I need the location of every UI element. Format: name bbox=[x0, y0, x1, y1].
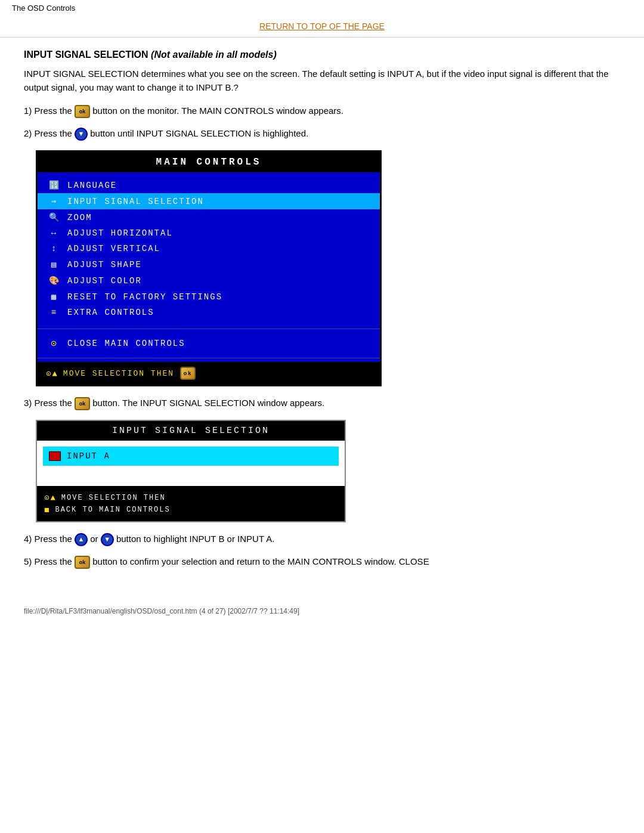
shape-icon: ▤ bbox=[46, 259, 63, 270]
zoom-label: ZOOM bbox=[67, 213, 92, 222]
step-1: 1) Press the ok button on the monitor. T… bbox=[24, 104, 620, 118]
iss-move-label: MOVE SELECTION THEN bbox=[61, 494, 166, 502]
shape-label: ADJUST SHAPE bbox=[67, 260, 142, 270]
step-5: 5) Press the ok button to confirm your s… bbox=[24, 555, 620, 569]
step5-text: 5) Press the bbox=[24, 556, 72, 566]
move-label: MOVE SELECTION THEN bbox=[63, 369, 174, 378]
up-button-icon: ▲ bbox=[75, 533, 88, 546]
close-label: CLOSE MAIN CONTROLS bbox=[67, 339, 185, 348]
title-bold: INPUT SIGNAL SELECTION bbox=[24, 49, 148, 60]
ok-button-icon-3: ok bbox=[75, 556, 90, 569]
step4-text-c: button to highlight INPUT B or INPUT A. bbox=[114, 534, 275, 544]
iss-spacer bbox=[43, 466, 339, 480]
step2-text-b: button until INPUT SIGNAL SELECTION is h… bbox=[90, 128, 308, 138]
vertical-label: ADJUST VERTICAL bbox=[67, 244, 160, 253]
back-icon: ◼ bbox=[44, 504, 50, 515]
iss-item-input-a: INPUT A bbox=[43, 447, 339, 466]
horizontal-icon: ↔ bbox=[46, 228, 63, 238]
reset-label: RESET TO FACTORY SETTINGS bbox=[67, 292, 222, 302]
iss-body: INPUT A bbox=[37, 441, 345, 486]
input-signal-icon: ⇒ bbox=[46, 196, 63, 206]
step1-text-b: button on the monitor. The MAIN CONTROLS… bbox=[92, 106, 343, 116]
osd-close-section: ⊙ CLOSE MAIN CONTROLS bbox=[38, 333, 380, 354]
osd-divider bbox=[38, 329, 380, 329]
osd-item-horizontal: ↔ ADJUST HORIZONTAL bbox=[38, 225, 380, 241]
extra-label: EXTRA CONTROLS bbox=[67, 308, 154, 317]
vertical-icon: ↕ bbox=[46, 244, 63, 253]
zoom-icon: 🔍 bbox=[46, 212, 63, 222]
iss-bottom-bar: ⊙▲ MOVE SELECTION THEN ◼ BACK TO MAIN CO… bbox=[37, 486, 345, 521]
down-button-icon-2: ▼ bbox=[101, 533, 114, 546]
osd-divider-2 bbox=[38, 358, 380, 358]
input-a-icon bbox=[49, 451, 61, 461]
step3-text-b: button. The INPUT SIGNAL SELECTION windo… bbox=[92, 398, 324, 408]
return-to-top-link[interactable]: RETURN TO TOP OF THE PAGE bbox=[259, 21, 385, 31]
ok-button-icon-1: ok bbox=[75, 105, 90, 118]
language-icon: 🔢 bbox=[46, 180, 63, 190]
step2-text: 2) Press the bbox=[24, 128, 72, 138]
iss-bottom-line-1: ⊙▲ MOVE SELECTION THEN bbox=[44, 493, 338, 503]
iss-title: INPUT SIGNAL SELECTION bbox=[37, 421, 345, 441]
section-title: INPUT SIGNAL SELECTION (Not available in… bbox=[24, 49, 620, 60]
ok-icon-bottom: ok bbox=[180, 367, 196, 380]
iss-bottom-line-2: ◼ BACK TO MAIN CONTROLS bbox=[44, 504, 338, 515]
extra-icon: ≡ bbox=[46, 308, 63, 317]
footer: file:///D|/Rita/LF3/lf3manual/english/OS… bbox=[0, 601, 644, 621]
main-controls-osd: MAIN CONTROLS 🔢 LANGUAGE ⇒ INPUT SIGNAL … bbox=[36, 150, 382, 386]
osd-item-language: 🔢 LANGUAGE bbox=[38, 177, 380, 193]
move-icons: ⊙▲ bbox=[46, 368, 58, 379]
iss-back-label: BACK TO MAIN CONTROLS bbox=[55, 506, 170, 514]
step-3: 3) Press the ok button. The INPUT SIGNAL… bbox=[24, 396, 620, 410]
top-bar: The OSD Controls bbox=[0, 0, 644, 16]
footer-text: file:///D|/Rita/LF3/lf3manual/english/OS… bbox=[24, 607, 299, 615]
color-icon: 🎨 bbox=[46, 275, 63, 286]
step4-or: or bbox=[88, 534, 101, 544]
step-4: 4) Press the ▲ or ▼ button to highlight … bbox=[24, 532, 620, 546]
osd-item-color: 🎨 ADJUST COLOR bbox=[38, 272, 380, 289]
osd-bottom-bar: ⊙▲ MOVE SELECTION THEN ok bbox=[38, 362, 380, 385]
horizontal-label: ADJUST HORIZONTAL bbox=[67, 228, 173, 238]
move-icons-2: ⊙▲ bbox=[44, 493, 57, 503]
osd-title: MAIN CONTROLS bbox=[38, 152, 380, 172]
step3-text: 3) Press the bbox=[24, 398, 72, 408]
osd-item-extra: ≡ EXTRA CONTROLS bbox=[38, 305, 380, 320]
iss-window: INPUT SIGNAL SELECTION INPUT A ⊙▲ MOVE S… bbox=[36, 420, 346, 522]
breadcrumb: The OSD Controls bbox=[12, 4, 75, 13]
return-link-bar: RETURN TO TOP OF THE PAGE bbox=[0, 16, 644, 38]
osd-item-shape: ▤ ADJUST SHAPE bbox=[38, 256, 380, 272]
close-icon: ⊙ bbox=[46, 337, 63, 349]
title-italic: (Not available in all models) bbox=[151, 49, 277, 60]
step4-text: 4) Press the bbox=[24, 534, 75, 544]
osd-item-input-signal: ⇒ INPUT SIGNAL SELECTION bbox=[38, 193, 380, 209]
osd-menu: 🔢 LANGUAGE ⇒ INPUT SIGNAL SELECTION 🔍 ZO… bbox=[38, 172, 380, 325]
ok-button-icon-2: ok bbox=[75, 397, 90, 410]
osd-item-zoom: 🔍 ZOOM bbox=[38, 209, 380, 225]
color-label: ADJUST COLOR bbox=[67, 276, 142, 286]
section-description: INPUT SIGNAL SELECTION determines what y… bbox=[24, 67, 620, 94]
osd-item-vertical: ↕ ADJUST VERTICAL bbox=[38, 241, 380, 256]
input-a-label: INPUT A bbox=[67, 451, 110, 461]
down-button-icon-1: ▼ bbox=[75, 128, 88, 141]
reset-icon: ▦ bbox=[46, 292, 63, 302]
step1-text: 1) Press the bbox=[24, 106, 72, 116]
input-signal-label: INPUT SIGNAL SELECTION bbox=[67, 197, 204, 206]
osd-item-reset: ▦ RESET TO FACTORY SETTINGS bbox=[38, 289, 380, 305]
step5-text-b: button to confirm your selection and ret… bbox=[92, 556, 429, 566]
main-content: INPUT SIGNAL SELECTION (Not available in… bbox=[0, 38, 644, 589]
language-label: LANGUAGE bbox=[67, 181, 117, 190]
step-2: 2) Press the ▼ button until INPUT SIGNAL… bbox=[24, 126, 620, 141]
